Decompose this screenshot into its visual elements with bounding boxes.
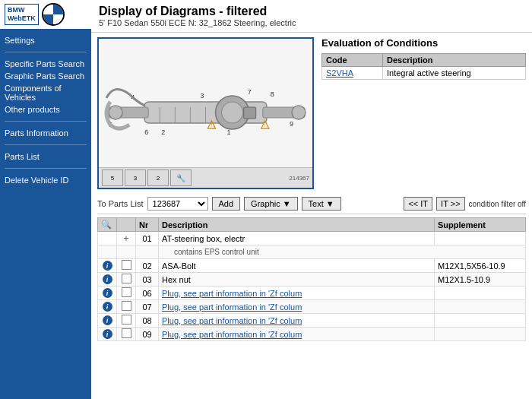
nav-right-button[interactable]: IT >> (436, 197, 464, 211)
description-link[interactable]: Plug, see part information in 'Zf colum (162, 316, 302, 325)
main-content: Display of Diagrams - filtered 5' F10 Se… (91, 0, 532, 399)
graphic-button[interactable]: Graphic ▼ (244, 197, 297, 211)
table-row: i09Plug, see part information in 'Zf col… (98, 328, 526, 341)
svg-rect-5 (244, 107, 256, 119)
svg-text:1: 1 (227, 128, 231, 136)
description-link[interactable]: Plug, see part information in 'Zf colum (162, 302, 302, 312)
row-description: Plug, see part information in 'Zf colum (159, 314, 435, 328)
col-header-description: Description (159, 218, 435, 232)
row-supplement (435, 314, 526, 328)
etk-logo: BMWWebETK (5, 4, 39, 25)
nav-divider-2 (5, 121, 87, 122)
info-icon[interactable]: i (103, 261, 112, 271)
info-icon[interactable]: i (103, 288, 112, 298)
col-header-check (117, 218, 136, 232)
description-link[interactable]: Plug, see part information in 'Zf colum (162, 330, 302, 339)
row-checkbox[interactable] (122, 274, 131, 283)
eval-description: Integral active steering (383, 67, 526, 80)
thumb-tool[interactable]: 🔧 (170, 169, 192, 186)
row-nr: 08 (136, 314, 159, 328)
thumb-2[interactable]: 3 (125, 169, 146, 186)
thumb-3[interactable]: 2 (147, 169, 169, 186)
info-icon[interactable]: i (103, 315, 112, 325)
diagram-thumbnails: 5 3 2 🔧 214367 (99, 167, 312, 188)
eval-code[interactable]: S2VHA (322, 67, 383, 80)
row-checkbox-cell (117, 300, 136, 314)
svg-text:8: 8 (271, 90, 274, 98)
parts-list-select[interactable]: 123687 (147, 197, 208, 211)
table-sub-row: contains EPS control unit (98, 245, 526, 259)
row-icon-cell: i (98, 259, 117, 273)
nav-left-button[interactable]: << IT (404, 197, 432, 211)
page-title: Display of Diagrams - filtered (99, 5, 524, 18)
logo-area: BMWWebETK (0, 0, 91, 29)
sidebar-item-components[interactable]: Components of Vehicles (5, 83, 87, 103)
row-checkbox[interactable] (122, 301, 131, 311)
row-checkbox-cell (117, 259, 136, 273)
top-section: 3 7 8 9 4 5 6 2 1 ! ! (97, 37, 526, 189)
table-row: i03Hex nutM12X1.5-10.9 (98, 273, 526, 287)
row-nr: 09 (136, 328, 159, 341)
table-row: i02ASA-BoltM12X1,5X56-10.9 (98, 259, 526, 273)
description-link[interactable]: Plug, see part information in 'Zf colum (162, 289, 302, 298)
bmw-roundel-icon (42, 3, 65, 26)
add-button[interactable]: Add (212, 197, 241, 211)
thumb-1[interactable]: 5 (102, 169, 123, 186)
sidebar-item-parts-information[interactable]: Parts Information (5, 128, 87, 138)
row-supplement (435, 287, 526, 300)
sidebar-item-graphic-parts[interactable]: Graphic Parts Search (5, 71, 87, 81)
condition-label: condition filter off (469, 200, 526, 208)
row-checkbox-cell: + (117, 232, 136, 245)
table-row: i08Plug, see part information in 'Zf col… (98, 314, 526, 328)
row-checkbox[interactable] (122, 260, 131, 270)
info-icon[interactable]: i (103, 302, 112, 312)
svg-text:7: 7 (248, 88, 252, 96)
content-area: 3 7 8 9 4 5 6 2 1 ! ! (91, 33, 532, 399)
table-row: i07Plug, see part information in 'Zf col… (98, 300, 526, 314)
sidebar-item-other-products[interactable]: Other products (5, 104, 87, 115)
row-supplement (435, 328, 526, 341)
svg-point-7 (292, 106, 306, 119)
evaluation-panel: Evaluation of Conditions Code Descriptio… (321, 37, 526, 189)
to-parts-list-label: To Parts List (97, 199, 144, 208)
svg-text:6: 6 (144, 128, 148, 136)
sidebar-item-delete-vehicle[interactable]: Delete Vehicle ID (5, 175, 87, 185)
info-icon[interactable]: i (103, 274, 112, 284)
sidebar-item-parts-list[interactable]: Parts List (5, 151, 87, 162)
row-checkbox-cell (117, 328, 136, 341)
svg-text:2: 2 (161, 128, 165, 136)
row-nr: 07 (136, 300, 159, 314)
row-checkbox[interactable] (122, 315, 131, 325)
row-icon-cell (98, 232, 117, 245)
row-description: Plug, see part information in 'Zf colum (159, 300, 435, 314)
row-description: Plug, see part information in 'Zf colum (159, 287, 435, 300)
row-checkbox[interactable] (122, 328, 131, 338)
col-header-supplement: Supplement (435, 218, 526, 232)
sidebar: BMWWebETK Settings Specific Parts Search… (0, 0, 91, 399)
text-button[interactable]: Text ▼ (302, 197, 341, 211)
row-icon-cell: i (98, 328, 117, 341)
diagram-id: 214367 (289, 175, 309, 182)
row-description: AT-steering box, electr (159, 232, 435, 245)
sub-description: contains EPS control unit (159, 245, 526, 259)
row-icon-cell: i (98, 287, 117, 300)
search-icon: 🔍 (101, 220, 112, 229)
sidebar-item-specific-parts[interactable]: Specific Parts Search (5, 59, 87, 69)
sidebar-item-settings[interactable]: Settings (5, 35, 87, 46)
row-description: Hex nut (159, 273, 435, 287)
row-checkbox-cell (117, 314, 136, 328)
row-supplement: M12X1,5X56-10.9 (435, 259, 526, 273)
row-icon-cell: i (98, 314, 117, 328)
nav-divider-3 (5, 144, 87, 145)
nav-divider-1 (5, 52, 87, 52)
sub-icon-cell (98, 245, 117, 259)
row-checkbox-cell (117, 273, 136, 287)
parts-table: 🔍 Nr Description Supplement +01AT-steeri… (97, 217, 526, 341)
col-header-icon: 🔍 (98, 218, 117, 232)
svg-point-4 (222, 102, 243, 123)
info-icon[interactable]: i (103, 329, 112, 339)
row-checkbox[interactable] (122, 287, 131, 297)
table-row: +01AT-steering box, electr (98, 232, 526, 245)
diagram-box[interactable]: 3 7 8 9 4 5 6 2 1 ! ! (97, 37, 314, 189)
expand-icon[interactable]: + (123, 233, 128, 244)
